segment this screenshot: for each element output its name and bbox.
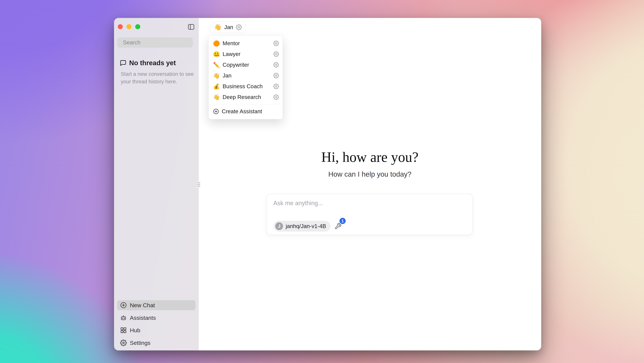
assistant-menu-item-copywriter[interactable]: ✏️ Copywriter bbox=[208, 60, 283, 70]
empty-state-title: No threads yet bbox=[120, 59, 176, 67]
create-assistant-button[interactable]: Create Assistant bbox=[208, 106, 283, 117]
assistant-menu-item-deep-research[interactable]: 👋 Deep Research bbox=[208, 92, 283, 103]
sidebar-item-new-chat[interactable]: New Chat bbox=[117, 300, 196, 310]
assistant-menu-item-label: Deep Research bbox=[222, 94, 261, 100]
sidebar-item-hub[interactable]: Hub bbox=[117, 325, 196, 335]
assistant-menu-item-mentor[interactable]: 🟠 Mentor bbox=[208, 38, 283, 49]
panel-resize-handle[interactable] bbox=[197, 181, 200, 188]
sidebar-item-settings[interactable]: Settings bbox=[117, 338, 196, 348]
gear-icon[interactable] bbox=[273, 41, 279, 46]
assistant-emoji: ✏️ bbox=[213, 62, 220, 68]
assistant-selector-button[interactable]: 👋 Jan bbox=[210, 21, 246, 33]
model-selector-button[interactable]: J janhq/Jan-v1-4B bbox=[274, 221, 330, 232]
model-name: janhq/Jan-v1-4B bbox=[286, 223, 326, 229]
sidebar-item-label: New Chat bbox=[130, 302, 155, 308]
sidebar-item-assistants[interactable]: Assistants bbox=[117, 313, 196, 323]
gear-icon[interactable] bbox=[273, 84, 279, 89]
assistant-menu-item-label: Jan bbox=[222, 73, 232, 79]
assistant-emoji: 🤐 bbox=[213, 52, 220, 57]
search-field[interactable] bbox=[118, 38, 193, 47]
gear-icon[interactable] bbox=[236, 24, 242, 30]
assistant-emoji: 👋 bbox=[213, 73, 220, 79]
assistant-menu-item-label: Lawyer bbox=[222, 51, 240, 57]
window-zoom-button[interactable] bbox=[135, 24, 140, 29]
gear-icon[interactable] bbox=[273, 73, 279, 79]
grid-icon bbox=[120, 327, 127, 333]
sidebar-item-label: Assistants bbox=[130, 315, 156, 321]
empty-state-title-text: No threads yet bbox=[129, 59, 176, 67]
create-assistant-label: Create Assistant bbox=[222, 108, 262, 115]
main-panel: 👋 Jan 🟠 Mentor 🤐 Lawyer ✏️ Copywriter bbox=[198, 18, 541, 350]
grip-dots-icon bbox=[197, 182, 200, 188]
assistant-emoji: 👋 bbox=[214, 24, 222, 30]
sidebar-item-label: Hub bbox=[130, 327, 140, 333]
tools-count-badge: 1 bbox=[340, 218, 346, 224]
empty-state-description: Start a new conversation to see your thr… bbox=[121, 70, 198, 86]
gear-icon[interactable] bbox=[273, 62, 279, 68]
assistant-menu-item-label: Mentor bbox=[222, 40, 240, 47]
plus-circle-icon bbox=[120, 302, 127, 308]
gear-icon[interactable] bbox=[273, 94, 279, 100]
model-avatar: J bbox=[275, 222, 283, 230]
assistant-menu-item-jan[interactable]: 👋 Jan bbox=[208, 70, 283, 81]
greeting-title: Hi, how are you? bbox=[198, 149, 541, 165]
assistant-menu-item-lawyer[interactable]: 🤐 Lawyer bbox=[208, 49, 283, 60]
greeting-subtitle: How can I help you today? bbox=[198, 170, 541, 178]
sidebar-item-label: Settings bbox=[130, 340, 150, 346]
chat-input-card: J janhq/Jan-v1-4B 1 bbox=[266, 194, 473, 235]
plus-circle-icon bbox=[213, 108, 219, 114]
assistant-emoji: 🟠 bbox=[213, 41, 220, 46]
tools-button[interactable]: 1 bbox=[333, 221, 343, 231]
assistant-menu-item-business-coach[interactable]: 💰 Business Coach bbox=[208, 81, 283, 92]
desktop-background: No threads yet Start a new conversation … bbox=[0, 0, 644, 363]
wrench-icon bbox=[334, 223, 342, 230]
panel-left-icon bbox=[188, 23, 195, 31]
gear-icon bbox=[120, 339, 127, 346]
chat-bubble-icon bbox=[120, 60, 126, 66]
gear-icon[interactable] bbox=[273, 51, 279, 57]
assistant-emoji: 👋 bbox=[213, 95, 220, 100]
window-minimize-button[interactable] bbox=[126, 24, 132, 29]
search-input[interactable] bbox=[123, 39, 194, 46]
chat-input[interactable] bbox=[273, 200, 465, 215]
app-window: No threads yet Start a new conversation … bbox=[114, 18, 541, 350]
assistant-name: Jan bbox=[224, 24, 233, 31]
sidebar-toggle-button[interactable] bbox=[187, 23, 195, 31]
window-close-button[interactable] bbox=[118, 24, 123, 29]
assistant-menu-item-label: Business Coach bbox=[222, 83, 262, 90]
assistant-menu-item-label: Copywriter bbox=[222, 62, 249, 68]
assistant-emoji: 💰 bbox=[213, 84, 220, 89]
assistant-dropdown-menu: 🟠 Mentor 🤐 Lawyer ✏️ Copywriter 👋 Jan bbox=[208, 36, 283, 119]
menu-divider bbox=[208, 104, 283, 104]
sidebar: No threads yet Start a new conversation … bbox=[114, 18, 198, 350]
robot-icon bbox=[120, 314, 127, 321]
